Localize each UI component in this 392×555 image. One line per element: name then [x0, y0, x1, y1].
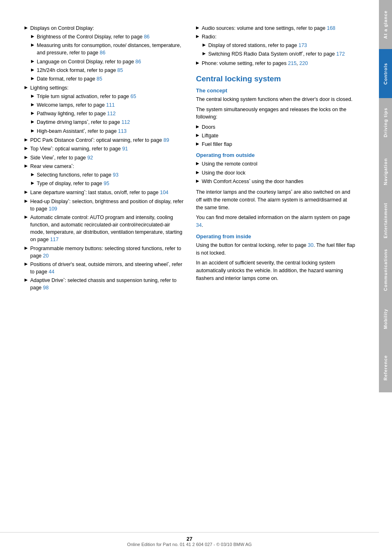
list-item: ▶ Displays on Control Display:	[24, 25, 184, 32]
list-item: ▶ Pathway lighting, refer to page 112	[31, 110, 184, 117]
sidebar-item-navigation[interactable]: Navigation	[379, 147, 392, 196]
outside-body1: The interior lamps and the courtesy lamp…	[196, 188, 355, 211]
list-item: ▶ Rear view camera*:	[24, 163, 184, 170]
bullet-arrow: ▶	[196, 124, 199, 130]
page-link[interactable]: 109	[49, 206, 57, 212]
list-item-text: Phone: volume setting, refer to pages 21…	[202, 60, 355, 67]
subsection-title-concept: The concept	[196, 87, 355, 94]
page-link[interactable]: 95	[104, 181, 109, 186]
page-link[interactable]: 30	[308, 242, 314, 248]
bullet-arrow: ▶	[24, 154, 28, 160]
page-link[interactable]: 112	[121, 120, 130, 125]
list-item-text: Programmable memory buttons: selecting s…	[30, 245, 184, 260]
list-item-text: Daytime driving lamps*, refer to page 11…	[37, 119, 184, 126]
list-item-remote: ▶ Using the remote control	[196, 160, 355, 168]
right-column: ▶ Audio sources: volume and tone setting…	[196, 25, 355, 530]
bullet-arrow: ▶	[31, 34, 34, 39]
list-item: ▶ 12h/24h clock format, refer to page 85	[31, 67, 184, 74]
list-item-text: Switching RDS Radio Data System on/off*,…	[208, 50, 355, 58]
section-title-central-locking: Central locking system	[196, 74, 355, 83]
list-item-text: Measuring units for consumption, route/ …	[37, 42, 184, 56]
outside-body2: You can find more detailed information o…	[196, 214, 355, 229]
bullet-arrow: ▶	[24, 198, 28, 204]
list-item: ▶ PDC Park Distance Control*: optical wa…	[24, 137, 184, 144]
list-item-text: Liftgate	[202, 132, 355, 139]
bullet-arrow: ▶	[31, 58, 34, 64]
bullet-arrow: ▶	[196, 170, 199, 175]
page-link[interactable]: 93	[113, 172, 118, 178]
list-item-text: Displays on Control Display:	[30, 25, 184, 32]
page-link[interactable]: 86	[100, 50, 105, 56]
list-item: ▶ Language on Control Display, refer to …	[31, 58, 184, 65]
page-link[interactable]: 92	[87, 155, 93, 161]
page-link[interactable]: 172	[336, 51, 345, 57]
page-link[interactable]: 220	[299, 60, 308, 66]
page-link[interactable]: 86	[144, 34, 149, 40]
inside-body1: Using the button for central locking, re…	[196, 242, 355, 257]
page-link[interactable]: 215	[288, 60, 296, 66]
list-item-text: Welcome lamps, refer to page 111	[37, 101, 184, 109]
sidebar-item-mobility[interactable]: Mobility	[379, 294, 392, 343]
list-item-text: Head-up Display*: selection, brightness …	[30, 198, 184, 213]
list-item-text: Top View*: optical warning, refer to pag…	[30, 145, 184, 152]
list-item-doorlock: ▶ Using the door lock	[196, 169, 355, 177]
page-link[interactable]: 85	[117, 67, 123, 73]
sidebar-item-driving-tips[interactable]: Driving tips	[379, 98, 392, 147]
list-item: ▶ Brightness of the Control Display, ref…	[31, 33, 184, 40]
page-link[interactable]: 20	[43, 253, 49, 259]
page-link[interactable]: 86	[136, 59, 141, 65]
page-link[interactable]: 113	[118, 128, 127, 134]
list-item-text: With Comfort Access* using the door hand…	[202, 178, 355, 185]
list-item: ▶ Daytime driving lamps*, refer to page …	[31, 119, 184, 126]
page-link[interactable]: 117	[50, 237, 59, 242]
list-item: ▶ Measuring units for consumption, route…	[31, 42, 184, 56]
list-item: ▶ Phone: volume setting, refer to pages …	[196, 60, 355, 67]
list-item: ▶ Top View*: optical warning, refer to p…	[24, 145, 184, 152]
list-item-liftgate: ▶ Liftgate	[196, 132, 355, 139]
page-number: 27	[187, 536, 192, 542]
list-item-text: Display of stored stations, refer to pag…	[208, 42, 355, 49]
bullet-arrow: ▶	[24, 137, 28, 143]
bullet-arrow: ▶	[24, 163, 28, 169]
list-item: ▶ Positions of driver's seat, outside mi…	[24, 261, 184, 275]
list-item: ▶ Lane departure warning*: last status, …	[24, 189, 184, 196]
list-item-text: Doors	[202, 123, 355, 131]
bullet-arrow: ▶	[196, 60, 199, 66]
page-link[interactable]: 91	[122, 146, 128, 152]
sidebar-item-communications[interactable]: Communications	[379, 245, 392, 294]
page-link[interactable]: 89	[163, 137, 169, 143]
list-item-text: Pathway lighting, refer to page 112	[37, 110, 184, 117]
bullet-arrow: ▶	[24, 25, 28, 31]
list-item-text: PDC Park Distance Control*: optical warn…	[30, 137, 184, 144]
page-link[interactable]: 168	[327, 25, 335, 31]
page-link[interactable]: 98	[43, 285, 49, 291]
list-item-text: Positions of driver's seat, outside mirr…	[30, 261, 184, 275]
bullet-arrow: ▶	[31, 119, 34, 125]
bullet-arrow: ▶	[24, 277, 28, 283]
page-link[interactable]: 44	[49, 269, 54, 275]
sidebar-item-controls[interactable]: Controls	[379, 49, 392, 98]
list-item: ▶ Audio sources: volume and tone setting…	[196, 25, 355, 32]
list-item: ▶ Switching RDS Radio Data System on/off…	[203, 50, 355, 58]
sub-bullets-displays: ▶ Brightness of the Control Display, ref…	[31, 33, 184, 83]
inside-body2: In an accident of sufficient severity, t…	[196, 259, 355, 282]
page-link[interactable]: 112	[107, 111, 116, 116]
bullet-arrow: ▶	[31, 42, 34, 48]
main-content: ▶ Displays on Control Display: ▶ Brightn…	[0, 0, 379, 555]
page-link[interactable]: 65	[131, 94, 136, 99]
subsection-title-inside: Operating from inside	[196, 233, 355, 239]
page-footer: 27 Online Edition for Part no. 01 41 2 6…	[0, 532, 379, 547]
bullet-arrow: ▶	[203, 42, 206, 48]
sidebar-item-reference[interactable]: Reference	[379, 343, 392, 392]
page-link[interactable]: 104	[160, 190, 169, 195]
list-item-doors: ▶ Doors	[196, 123, 355, 131]
bullet-arrow: ▶	[24, 145, 28, 151]
page-link[interactable]: 85	[97, 76, 102, 82]
sidebar-item-entertainment[interactable]: Entertainment	[379, 196, 392, 245]
page-link[interactable]: 173	[298, 43, 307, 48]
page-link[interactable]: 111	[106, 102, 115, 108]
list-item: ▶ Head-up Display*: selection, brightnes…	[24, 198, 184, 213]
sidebar-item-at-glance[interactable]: At a glance	[379, 0, 392, 49]
list-item: ▶ Type of display, refer to page 95	[31, 180, 184, 187]
page-link[interactable]: 34	[196, 222, 202, 228]
